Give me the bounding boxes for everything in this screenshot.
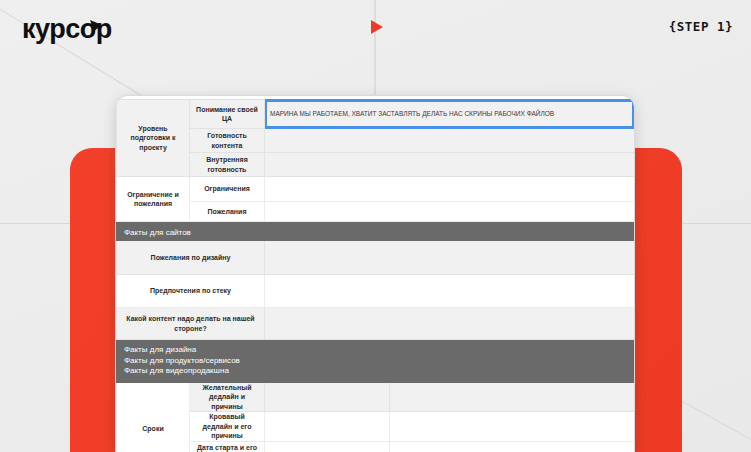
row-label-audience-understanding: Понимание своей ЦА: [190, 100, 265, 129]
cell[interactable]: [265, 153, 635, 177]
cell[interactable]: [390, 441, 635, 452]
section-header-facts-products: Факты для продуктов/сервисов: [124, 356, 630, 367]
section-header-facts-video: Факты для видеопродакшна: [124, 366, 630, 377]
group-label-terms: Сроки: [117, 383, 190, 452]
cell[interactable]: [265, 441, 390, 452]
row-label-desired-deadline: Желательный дедлайн и причины: [190, 383, 265, 412]
spreadsheet-panel: Уровень подготовки к проекту Понимание с…: [115, 95, 635, 452]
section-header-facts-block: Факты для дизайна Факты для продуктов/се…: [117, 340, 635, 383]
row-label-stack-preferences: Предпочтения по стеку: [117, 275, 265, 308]
row-label-constraints: Ограничения: [190, 177, 265, 202]
row-label-start-date: Дата старта и его причины: [190, 441, 265, 452]
slide-canvas: курсор {STEP 1} Уровень подготовки к про…: [0, 0, 751, 452]
cell[interactable]: [265, 202, 635, 222]
play-triangle-icon: [371, 20, 383, 34]
section-header-facts-design: Факты для дизайна: [124, 345, 630, 356]
selected-cell[interactable]: МАРИНА МЫ РАБОТАЕМ, ХВАТИТ ЗАСТАВЛЯТЬ ДЕ…: [265, 100, 635, 129]
cell[interactable]: [265, 383, 390, 412]
cell[interactable]: [265, 308, 635, 340]
cell[interactable]: [265, 177, 635, 202]
cell[interactable]: [265, 275, 635, 308]
section-header-facts-sites-label: Факты для сайтов: [124, 226, 630, 240]
cell[interactable]: [265, 412, 390, 441]
row-label-hard-deadline: Кровавый дедлайн и его причины: [190, 412, 265, 441]
row-label-design-wishes: Пожелания по дизайну: [117, 241, 265, 275]
cursor-arrow-icon: [89, 19, 103, 37]
cell[interactable]: [390, 383, 635, 412]
group-label-constraints-wishes: Ограничение и пожелания: [117, 177, 190, 222]
cell[interactable]: [265, 129, 635, 153]
step-indicator: {STEP 1}: [669, 19, 733, 34]
row-label-wishes: Пожелания: [190, 202, 265, 222]
decor-vertical-line: [374, 0, 376, 96]
cell[interactable]: [390, 412, 635, 441]
row-label-content-our-side: Какой контент надо делать на нашей сторо…: [117, 308, 265, 340]
row-label-content-readiness: Готовность контента: [190, 129, 265, 153]
cell[interactable]: [265, 241, 635, 275]
row-label-internal-readiness: Внутренняя готовность: [190, 153, 265, 177]
group-label-preparation-level: Уровень подготовки к проекту: [117, 100, 190, 177]
brief-table: Уровень подготовки к проекту Понимание с…: [116, 99, 635, 452]
section-header-facts-sites: Факты для сайтов: [117, 222, 635, 241]
